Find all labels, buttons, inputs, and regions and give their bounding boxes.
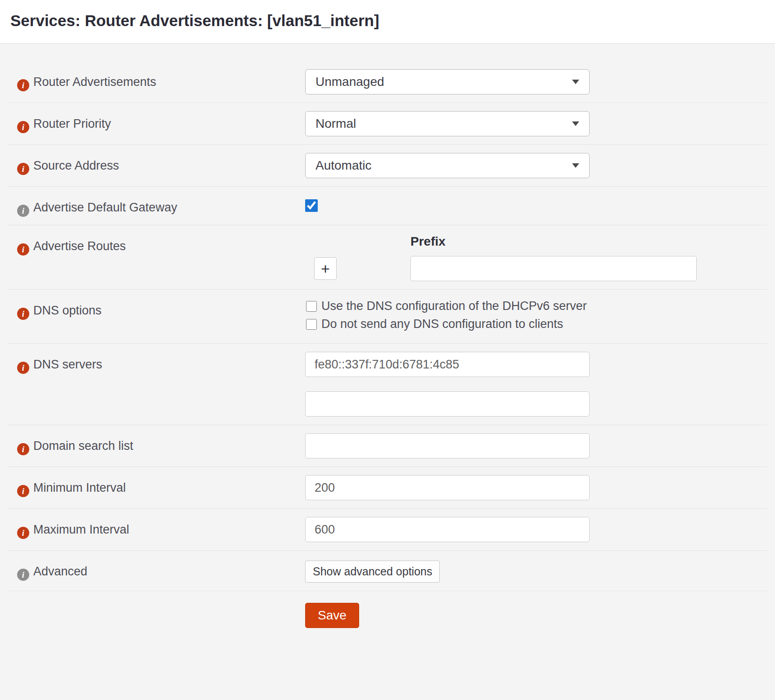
- router-priority-select[interactable]: Normal: [305, 111, 590, 136]
- label-cell: Minimum Interval: [8, 475, 305, 500]
- label-cell: Domain search list: [8, 433, 305, 458]
- route-prefix-input[interactable]: [410, 256, 697, 281]
- row-save: Save: [8, 591, 767, 636]
- select-value: Unmanaged: [315, 75, 384, 89]
- add-route-button[interactable]: +: [314, 257, 337, 280]
- row-minimum-interval: Minimum Interval: [8, 467, 767, 509]
- info-icon[interactable]: [17, 443, 29, 455]
- label-cell: Advertise Routes: [8, 233, 305, 281]
- label-cell: Maximum Interval: [8, 517, 305, 542]
- page-header: Services: Router Advertisements: [vlan51…: [0, 0, 775, 44]
- routes-row: +: [305, 256, 760, 281]
- label-cell: Advanced: [8, 559, 305, 583]
- chevron-down-icon: [572, 163, 579, 168]
- label-cell: Router Priority: [8, 111, 305, 136]
- row-label: Minimum Interval: [33, 481, 126, 494]
- dns-option-dhcpv6-checkbox[interactable]: [306, 301, 317, 312]
- row-label: Advertise Default Gateway: [33, 201, 177, 214]
- info-icon[interactable]: [17, 569, 29, 581]
- field-cell: [305, 475, 767, 500]
- info-icon[interactable]: [17, 362, 29, 374]
- field-cell: Use the DNS configuration of the DHCPv6 …: [305, 298, 767, 335]
- row-label: Advanced: [33, 565, 87, 578]
- row-label: DNS servers: [33, 358, 102, 371]
- info-icon[interactable]: [17, 243, 29, 256]
- info-icon[interactable]: [17, 205, 29, 217]
- field-cell: [305, 517, 767, 542]
- label-cell: DNS options: [8, 298, 305, 335]
- source-address-select[interactable]: Automatic: [305, 153, 590, 178]
- dns-option-label: Do not send any DNS configuration to cli…: [321, 317, 563, 331]
- row-dns-servers: DNS servers: [8, 344, 767, 425]
- field-cell: Prefix +: [305, 233, 767, 281]
- label-cell: Router Advertisements: [8, 69, 305, 94]
- minimum-interval-input[interactable]: [305, 475, 590, 500]
- row-label: Advertise Routes: [33, 239, 126, 253]
- field-cell: [305, 433, 767, 458]
- dns-option-no-dns-checkbox[interactable]: [306, 319, 317, 330]
- chevron-down-icon: [572, 80, 579, 84]
- row-label: Source Address: [33, 159, 119, 172]
- label-cell: Advertise Default Gateway: [8, 195, 305, 217]
- field-cell: Save: [305, 599, 767, 628]
- select-value: Normal: [315, 117, 356, 131]
- info-icon[interactable]: [17, 308, 29, 320]
- row-source-address: Source Address Automatic: [8, 145, 767, 187]
- domain-search-list-input[interactable]: [305, 433, 590, 458]
- select-value: Automatic: [315, 158, 372, 173]
- dns-server-input-1[interactable]: [305, 352, 590, 377]
- field-cell: Unmanaged: [305, 69, 767, 94]
- row-domain-search-list: Domain search list: [8, 425, 767, 467]
- row-advanced: Advanced Show advanced options: [8, 551, 767, 591]
- maximum-interval-input[interactable]: [305, 517, 590, 542]
- label-cell: Source Address: [8, 153, 305, 178]
- chevron-down-icon: [572, 121, 579, 126]
- field-cell: [305, 195, 767, 217]
- field-cell: Normal: [305, 111, 767, 136]
- dns-option-label: Use the DNS configuration of the DHCPv6 …: [321, 299, 587, 313]
- info-icon[interactable]: [17, 121, 29, 133]
- row-advertise-routes: Advertise Routes Prefix +: [8, 225, 767, 290]
- row-advertise-default-gateway: Advertise Default Gateway: [8, 187, 767, 225]
- info-icon[interactable]: [17, 79, 29, 91]
- row-label: Maximum Interval: [33, 523, 129, 536]
- label-cell: DNS servers: [8, 352, 305, 417]
- info-icon[interactable]: [17, 527, 29, 539]
- row-label: Domain search list: [33, 439, 133, 453]
- label-cell: [8, 599, 305, 628]
- router-advertisements-select[interactable]: Unmanaged: [305, 69, 590, 94]
- field-cell: [305, 352, 767, 417]
- row-maximum-interval: Maximum Interval: [8, 509, 767, 551]
- dns-option-line: Do not send any DNS configuration to cli…: [305, 317, 760, 331]
- row-label: DNS options: [33, 304, 102, 317]
- form-container: Router Advertisements Unmanaged Router P…: [0, 44, 775, 636]
- dns-option-line: Use the DNS configuration of the DHCPv6 …: [305, 299, 760, 313]
- prefix-column-header: Prefix: [410, 234, 760, 249]
- advertise-default-gateway-checkbox[interactable]: [305, 199, 318, 212]
- show-advanced-options-button[interactable]: Show advanced options: [305, 561, 440, 583]
- row-label: Router Advertisements: [33, 75, 156, 89]
- row-dns-options: DNS options Use the DNS configuration of…: [8, 290, 767, 344]
- row-label: Router Priority: [33, 117, 111, 130]
- row-router-advertisements: Router Advertisements Unmanaged: [8, 61, 767, 103]
- field-cell: Automatic: [305, 153, 767, 178]
- save-button[interactable]: Save: [305, 603, 359, 628]
- row-router-priority: Router Priority Normal: [8, 103, 767, 145]
- info-icon[interactable]: [17, 163, 29, 175]
- info-icon[interactable]: [17, 485, 29, 497]
- page-title: Services: Router Advertisements: [vlan51…: [10, 12, 765, 30]
- dns-server-input-2[interactable]: [305, 391, 590, 417]
- field-cell: Show advanced options: [305, 559, 767, 583]
